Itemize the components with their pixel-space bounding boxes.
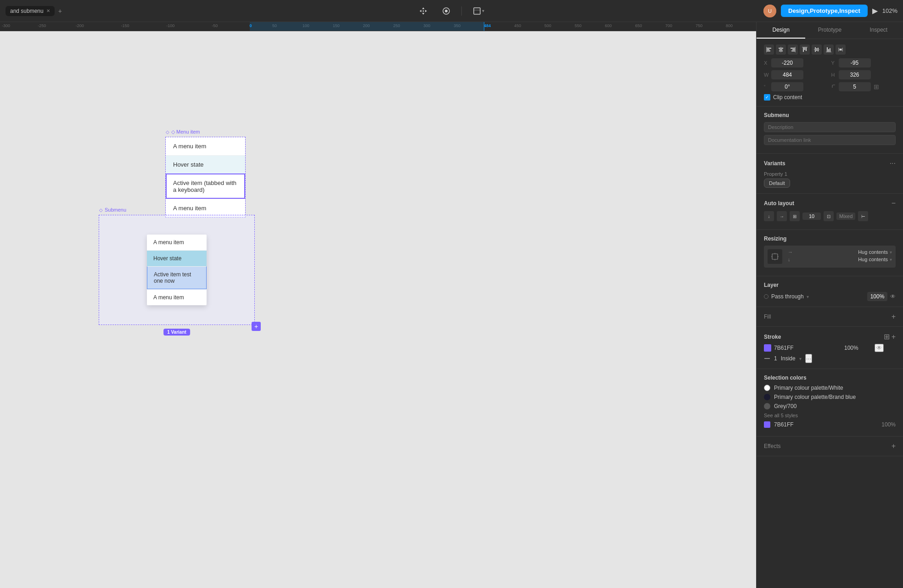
sel-color-row-brand: Primary colour palette/Brand blue (764, 394, 896, 400)
zoom-label[interactable]: 102% (882, 7, 897, 14)
share-button[interactable]: Design,Prototype,Inspect (781, 5, 868, 17)
bottom-stroke-hex: 7B61FF (774, 421, 878, 428)
auto-layout-row: ↓ → ⊞ ⊡ Mixed ⊢ (764, 211, 896, 221)
layout-clip-button[interactable]: ⊢ (858, 211, 868, 221)
stroke-hex-value: 7B61FF (774, 345, 841, 351)
variants-title: Variants (764, 160, 785, 167)
menu-item-row-4[interactable]: A menu item (166, 199, 245, 217)
stroke-grid-button[interactable]: ⊞ (884, 332, 890, 341)
submenu-frame[interactable]: ◇ Submenu A menu item Hover state Active… (99, 215, 255, 325)
stroke-ellipsis-button[interactable]: ··· (805, 354, 813, 363)
layout-padding-button[interactable]: ⊡ (824, 211, 834, 221)
file-tab[interactable]: and submenu ✕ (6, 6, 55, 16)
effects-add-button[interactable]: + (892, 442, 896, 450)
submenu-card-row-1[interactable]: A menu item (147, 235, 207, 250)
variants-ellipsis-button[interactable]: ··· (890, 159, 896, 168)
layout-down-button[interactable]: ↓ (764, 211, 774, 221)
menu-item-row-active[interactable]: Active item (tabbed with a keyboard) (166, 174, 245, 199)
svg-rect-17 (795, 47, 796, 52)
align-bottom-button[interactable] (824, 45, 834, 55)
coord-grid: X Y W H ° (764, 58, 896, 91)
menu-item-row-hover[interactable]: Hover state (166, 155, 245, 174)
panel-tabs: Design Prototype Inspect (757, 22, 903, 39)
submenu-card-row-hover[interactable]: Hover state (147, 250, 207, 266)
x-label: X (764, 60, 769, 66)
corner-input[interactable] (839, 82, 871, 91)
fill-add-button[interactable]: + (892, 313, 896, 321)
canvas-area[interactable]: ◇ ◇ Menu item A menu item Hover state Ac… (0, 31, 756, 588)
layout-wrap-button[interactable]: ⊞ (790, 211, 800, 221)
stroke-eye-button[interactable]: 👁 (875, 344, 884, 352)
y-input[interactable] (839, 58, 871, 67)
bottom-stroke-pct: 100% (881, 421, 896, 428)
auto-layout-collapse-button[interactable]: − (892, 199, 896, 207)
resizing-title: Resizing (764, 235, 786, 242)
tab-design[interactable]: Design (757, 22, 805, 39)
align-center-h-button[interactable] (776, 45, 786, 55)
description-input[interactable] (764, 122, 896, 132)
ruler-mark-highlight: 484 (484, 23, 491, 28)
submenu-card-row-4[interactable]: A menu item (147, 289, 207, 305)
rotation-label: ° (764, 84, 769, 89)
resize-y-row: ↓ Hug contents ▾ (788, 257, 892, 262)
svg-rect-21 (802, 47, 808, 48)
move-tool-button[interactable] (415, 5, 431, 17)
alignment-section: X Y W H ° (757, 39, 903, 106)
w-label: W (764, 72, 769, 78)
h-input[interactable] (839, 70, 871, 79)
svg-rect-30 (838, 48, 839, 51)
variants-header: Variants ··· (764, 159, 896, 168)
effects-label: Effects (764, 443, 780, 449)
svg-rect-15 (792, 49, 795, 50)
play-button[interactable]: ▶ (872, 6, 878, 15)
sel-grey-swatch[interactable] (764, 403, 770, 409)
ruler-mark: 450 (514, 23, 521, 28)
bottom-stroke-swatch[interactable] (764, 421, 770, 428)
tab-add-button[interactable]: + (58, 7, 62, 15)
stroke-color-swatch[interactable] (764, 344, 771, 352)
layout-right-button[interactable]: → (777, 211, 787, 221)
shape-tool-button[interactable]: ▾ (469, 5, 488, 17)
sel-color-row-grey: Grey/700 (764, 403, 896, 409)
clip-content-checkbox[interactable]: ✓ (764, 94, 770, 101)
submenu-plus-button[interactable]: + (252, 322, 261, 331)
ruler-mark: -50 (212, 23, 218, 28)
stroke-align-value: Inside (781, 355, 796, 362)
align-row (764, 45, 896, 55)
w-input[interactable] (771, 70, 803, 79)
distribute-button[interactable] (836, 45, 846, 55)
menu-item-frame[interactable]: ◇ ◇ Menu item A menu item Hover state Ac… (165, 137, 246, 218)
svg-text:U: U (768, 8, 772, 14)
submenu-section-title: Submenu (764, 112, 896, 118)
variant-default-button[interactable]: Default (764, 179, 790, 188)
svg-rect-13 (780, 47, 781, 52)
tab-inspect[interactable]: Inspect (854, 22, 903, 39)
corner-expand-button[interactable]: ⊞ (873, 83, 880, 90)
pen-tool-button[interactable] (438, 5, 454, 17)
tab-close-icon[interactable]: ✕ (46, 8, 50, 13)
x-input[interactable] (771, 58, 803, 67)
tab-prototype[interactable]: Prototype (805, 22, 854, 39)
layer-row: Pass through ▾ 👁 (764, 292, 896, 301)
align-left-button[interactable] (764, 45, 774, 55)
sel-white-swatch[interactable] (764, 385, 770, 391)
see-all-link[interactable]: See all 5 styles (764, 413, 798, 418)
layout-spacing-input[interactable] (802, 213, 821, 220)
rotation-input[interactable] (771, 82, 803, 91)
auto-layout-title: Auto layout (764, 200, 794, 207)
doc-link-input[interactable] (764, 135, 896, 145)
resize-x-value: Hug contents ▾ (858, 249, 892, 255)
align-right-button[interactable] (788, 45, 798, 55)
align-top-button[interactable] (800, 45, 810, 55)
avatar: U (763, 5, 776, 17)
submenu-card: A menu item Hover state Active item test… (147, 235, 207, 305)
stroke-color-row: 7B61FF 100% 👁 (764, 344, 896, 352)
submenu-card-row-active[interactable]: Active item test one now (147, 266, 207, 289)
sel-brand-swatch[interactable] (764, 394, 770, 400)
ruler-mark: 650 (635, 23, 642, 28)
stroke-add-button[interactable]: + (892, 332, 896, 341)
align-center-v-button[interactable] (812, 45, 822, 55)
menu-item-row-1[interactable]: A menu item (166, 137, 245, 155)
eye-icon[interactable]: 👁 (890, 293, 896, 300)
layer-opacity-input[interactable] (867, 292, 887, 301)
